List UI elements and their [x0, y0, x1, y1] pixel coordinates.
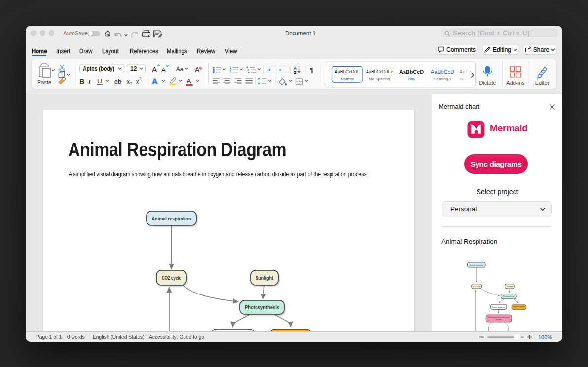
svg-text:Animal respiration: Animal respiration — [469, 264, 483, 266]
svg-text:Sunlight: Sunlight — [256, 275, 273, 281]
svg-text:Photosynthesis: Photosynthesis — [245, 304, 279, 310]
svg-text:AaBbCcD: AaBbCcD — [431, 68, 454, 75]
svg-text:Title: Title — [408, 77, 415, 81]
svg-text:12: 12 — [130, 65, 137, 72]
svg-text:A: A — [152, 65, 157, 73]
svg-text:A: A — [152, 77, 158, 85]
svg-text:Aptos (body): Aptos (body) — [83, 65, 114, 72]
svg-text:AaBbCcDdE: AaBbCcDdE — [335, 69, 360, 74]
svg-text:ab: ab — [114, 78, 121, 85]
svg-text:Animal respiration: Animal respiration — [152, 216, 191, 221]
svg-text:A: A — [161, 66, 166, 73]
svg-text:U: U — [97, 77, 102, 85]
svg-text:AaBbCcD: AaBbCcD — [399, 68, 424, 75]
svg-text:2: 2 — [130, 81, 133, 86]
svg-text:Z: Z — [294, 70, 297, 75]
svg-text:Add-ins: Add-ins — [506, 80, 525, 86]
svg-text:I: I — [88, 78, 91, 85]
svg-text:B: B — [80, 78, 85, 85]
svg-text:Organic carbon: Organic carbon — [513, 306, 525, 308]
svg-text:Sunlight: Sunlight — [507, 286, 513, 288]
svg-text:A: A — [195, 66, 200, 73]
svg-text:AaBbCcDdEe: AaBbCcDdEe — [366, 69, 393, 74]
svg-text:product: product — [496, 319, 502, 321]
svg-text:Dead organisms and waste: Dead organisms and waste — [488, 316, 510, 318]
svg-text:Heading 1: Heading 1 — [434, 77, 452, 81]
svg-text:CO2 cycle: CO2 cycle — [162, 275, 181, 281]
svg-text:a: a — [247, 68, 249, 72]
svg-text:Dictate: Dictate — [479, 80, 496, 86]
svg-text:Editor: Editor — [535, 80, 550, 86]
svg-text:CO2 cycle: CO2 cycle — [473, 286, 481, 288]
svg-text:H: H — [460, 77, 463, 81]
svg-text:Normal: Normal — [341, 77, 354, 81]
svg-text:No Spacing: No Spacing — [369, 77, 390, 81]
svg-text:Photosynthesis: Photosynthesis — [503, 295, 515, 297]
svg-text:¶: ¶ — [310, 66, 314, 74]
svg-text:2: 2 — [139, 76, 142, 81]
svg-text:AaE: AaE — [459, 69, 469, 74]
svg-text:3: 3 — [230, 70, 232, 73]
svg-text:Paste: Paste — [37, 79, 51, 85]
svg-text:100%: 100% — [538, 334, 552, 340]
svg-text:Aa: Aa — [176, 66, 184, 73]
svg-text:Decay organism: Decay organism — [492, 306, 505, 308]
svg-text:A: A — [187, 77, 191, 85]
